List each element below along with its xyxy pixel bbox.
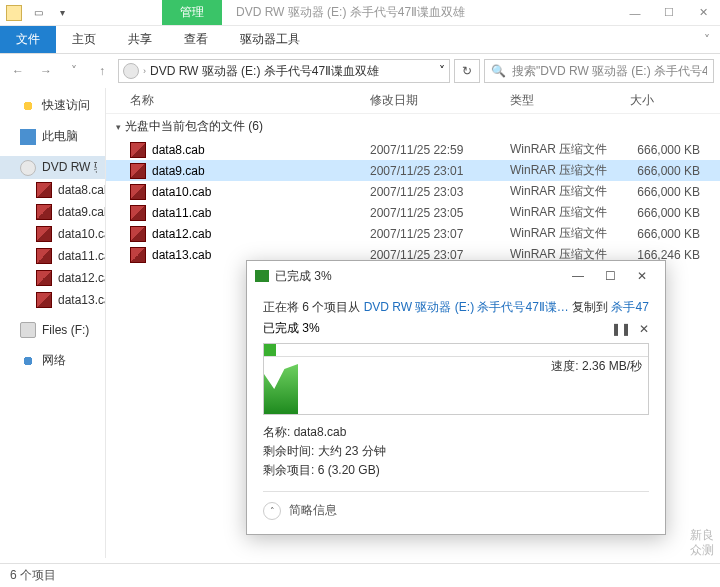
address-dropdown-icon[interactable]: ˅	[439, 64, 445, 78]
network-icon	[20, 353, 36, 369]
archive-icon	[36, 182, 52, 198]
qat-properties-icon[interactable]: ▭	[28, 3, 48, 23]
sidebar-item-label: Files (F:)	[42, 323, 89, 337]
sidebar-file-item[interactable]: data9.cab	[0, 201, 105, 223]
file-name: data11.cab	[152, 206, 370, 220]
separator	[263, 491, 649, 492]
archive-icon	[130, 247, 146, 263]
sidebar-drive-f[interactable]: Files (F:)	[0, 319, 105, 341]
archive-icon	[36, 270, 52, 286]
dialog-window-controls: — ☐ ✕	[563, 264, 657, 288]
dialog-title: 已完成 3%	[275, 268, 332, 285]
archive-icon	[130, 205, 146, 221]
col-size[interactable]: 大小	[630, 92, 710, 109]
file-row[interactable]: data12.cab2007/11/25 23:07WinRAR 压缩文件666…	[106, 223, 720, 244]
tab-home[interactable]: 主页	[56, 26, 112, 53]
col-name[interactable]: 名称	[130, 92, 370, 109]
cancel-button[interactable]: ✕	[639, 322, 649, 336]
chevron-up-icon: ˄	[263, 502, 281, 520]
progress-text-row: 已完成 3% ❚❚ ✕	[263, 320, 649, 337]
file-date: 2007/11/25 23:07	[370, 227, 510, 241]
file-row[interactable]: data9.cab2007/11/25 23:01WinRAR 压缩文件666,…	[106, 160, 720, 181]
sidebar-dvd-drive[interactable]: DVD RW 驱动器 (E:)	[0, 156, 105, 179]
file-row[interactable]: data10.cab2007/11/25 23:03WinRAR 压缩文件666…	[106, 181, 720, 202]
sidebar-quick-access[interactable]: 快速访问	[0, 94, 105, 117]
nav-history-button[interactable]: ˅	[62, 59, 86, 83]
breadcrumb[interactable]: DVD RW 驱动器 (E:) 杀手代号47Ⅱ谍血双雄	[150, 63, 379, 80]
archive-icon	[36, 248, 52, 264]
sidebar-file-item[interactable]: data12.cab	[0, 267, 105, 289]
sidebar-item-label: data9.cab	[58, 205, 106, 219]
copy-progress-dialog: 已完成 3% — ☐ ✕ 正在将 6 个项目从 DVD RW 驱动器 (E:) …	[246, 260, 666, 535]
qat-dropdown-icon[interactable]: ▾	[52, 3, 72, 23]
file-size: 666,000 KB	[630, 206, 720, 220]
tab-share[interactable]: 共享	[112, 26, 168, 53]
dialog-minimize-button[interactable]: —	[563, 264, 593, 288]
col-type[interactable]: 类型	[510, 92, 630, 109]
sidebar-file-item[interactable]: data8.cab	[0, 179, 105, 201]
minimize-button[interactable]: —	[618, 0, 652, 26]
sidebar-this-pc[interactable]: 此电脑	[0, 125, 105, 148]
ribbon-expand-icon[interactable]: ˅	[694, 26, 720, 53]
disc-icon	[20, 160, 36, 176]
speed-graph: 速度: 2.36 MB/秒	[263, 343, 649, 415]
sidebar-item-label: 快速访问	[42, 97, 90, 114]
dialog-body: 正在将 6 个项目从 DVD RW 驱动器 (E:) 杀手代号47Ⅱ谍… 复制到…	[247, 291, 665, 534]
disc-icon	[123, 63, 139, 79]
sidebar-file-item[interactable]: data10.cab	[0, 223, 105, 245]
info-time: 剩余时间: 大约 23 分钟	[263, 442, 649, 461]
ribbon-context-tab[interactable]: 管理	[162, 0, 222, 25]
archive-icon	[36, 204, 52, 220]
file-row[interactable]: data8.cab2007/11/25 22:59WinRAR 压缩文件666,…	[106, 139, 720, 160]
chevron-down-icon: ▾	[116, 122, 121, 132]
sidebar-item-label: data10.cab	[58, 227, 106, 241]
sidebar-item-label: data12.cab	[58, 271, 106, 285]
file-type: WinRAR 压缩文件	[510, 183, 630, 200]
nav-back-button[interactable]: ←	[6, 59, 30, 83]
copy-description: 正在将 6 个项目从 DVD RW 驱动器 (E:) 杀手代号47Ⅱ谍… 复制到…	[263, 299, 649, 316]
group-header[interactable]: ▾光盘中当前包含的文件 (6)	[106, 114, 720, 139]
tab-drive-tools[interactable]: 驱动器工具	[224, 26, 316, 53]
sidebar-network[interactable]: 网络	[0, 349, 105, 372]
info-name: 名称: data8.cab	[263, 423, 649, 442]
tab-file[interactable]: 文件	[0, 26, 56, 53]
archive-icon	[130, 142, 146, 158]
sidebar-item-label: 此电脑	[42, 128, 78, 145]
sidebar-item-label: 网络	[42, 352, 66, 369]
copy-dest-link[interactable]: 杀手47	[611, 300, 648, 314]
tab-view[interactable]: 查看	[168, 26, 224, 53]
search-input[interactable]: 🔍 搜索"DVD RW 驱动器 (E:) 杀手代号47Ⅱ谍血双雄"	[484, 59, 714, 83]
speed-area	[264, 364, 298, 414]
copy-source-link[interactable]: DVD RW 驱动器 (E:) 杀手代号47Ⅱ谍…	[364, 300, 569, 314]
archive-icon	[130, 226, 146, 242]
window-controls: — ☐ ✕	[618, 0, 720, 26]
file-date: 2007/11/25 23:05	[370, 206, 510, 220]
copy-prefix-text: 正在将 6 个项目从	[263, 300, 364, 314]
refresh-button[interactable]: ↻	[454, 59, 480, 83]
archive-icon	[130, 184, 146, 200]
graph-divider	[264, 356, 648, 357]
col-date[interactable]: 修改日期	[370, 92, 510, 109]
archive-icon	[36, 226, 52, 242]
system-icon[interactable]	[6, 5, 22, 21]
dialog-titlebar[interactable]: 已完成 3% — ☐ ✕	[247, 261, 665, 291]
archive-icon	[36, 292, 52, 308]
pause-button[interactable]: ❚❚	[611, 322, 631, 336]
file-row[interactable]: data11.cab2007/11/25 23:05WinRAR 压缩文件666…	[106, 202, 720, 223]
window-title: DVD RW 驱动器 (E:) 杀手代号47Ⅱ谍血双雄	[236, 4, 465, 21]
sidebar-file-item[interactable]: data13.cab	[0, 289, 105, 311]
nav-forward-button[interactable]: →	[34, 59, 58, 83]
nav-up-button[interactable]: ↑	[90, 59, 114, 83]
more-details-toggle[interactable]: ˄ 简略信息	[263, 502, 649, 520]
sidebar-item-label: data11.cab	[58, 249, 106, 263]
file-date: 2007/11/25 22:59	[370, 143, 510, 157]
sidebar-file-item[interactable]: data11.cab	[0, 245, 105, 267]
address-input[interactable]: › DVD RW 驱动器 (E:) 杀手代号47Ⅱ谍血双雄 ˅	[118, 59, 450, 83]
file-name: data8.cab	[152, 143, 370, 157]
search-icon: 🔍	[491, 64, 506, 78]
dialog-close-button[interactable]: ✕	[627, 264, 657, 288]
file-size: 666,000 KB	[630, 227, 720, 241]
dialog-maximize-button[interactable]: ☐	[595, 264, 625, 288]
maximize-button[interactable]: ☐	[652, 0, 686, 26]
close-button[interactable]: ✕	[686, 0, 720, 26]
